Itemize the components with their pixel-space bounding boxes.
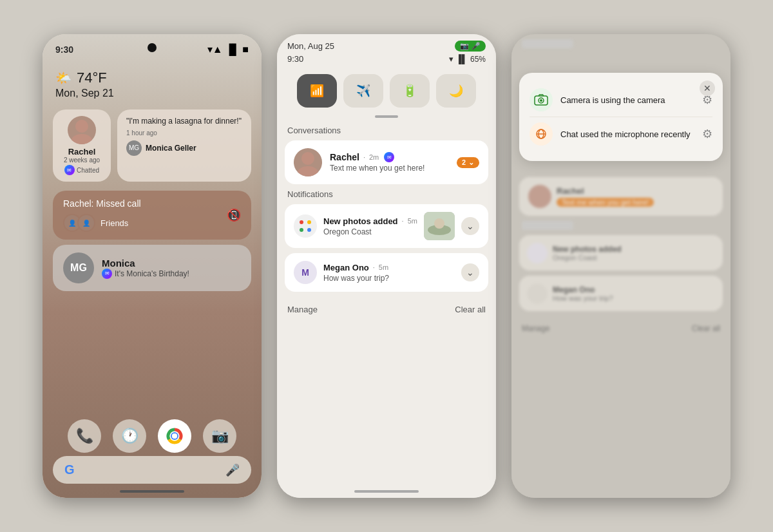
manage-link[interactable]: Manage [287, 305, 318, 314]
monica-quote: "I'm making a lasagna for dinner!" [126, 116, 242, 127]
photos-thumbnail [424, 212, 455, 240]
wifi-status-icon: ▾ [449, 54, 453, 64]
p3-megan-body: How was your trip? [553, 294, 613, 302]
rachel-conv-avatar [294, 148, 322, 176]
phone-2: Mon, Aug 25 📷 🎤 9:30 ▾ ▐▌ 65% [277, 34, 496, 498]
friends-widget: 👤 👤 Friends [63, 214, 141, 232]
svg-point-11 [300, 228, 303, 232]
p3-bg-item-2: New photos added Oregon Coast [519, 235, 723, 271]
monica-name: Monica [102, 258, 189, 269]
chat-privacy-text: Chat used the microphone recently [560, 129, 694, 139]
airplane-toggle[interactable]: ✈️ [343, 74, 383, 108]
app-dock: 📞 🕐 📷 [68, 419, 236, 453]
monica-info: Monica ✉ It's Monica's Birthday! [102, 258, 189, 279]
signal-status-icon: ▐▌ [456, 54, 468, 64]
svg-point-6 [172, 433, 177, 439]
svg-point-12 [307, 228, 311, 232]
conversations-label: Conversations [277, 126, 496, 140]
p2-active-pill: 📷 🎤 [455, 41, 486, 52]
chat-privacy-item[interactable]: Chat used the microphone recently ⚙ [530, 117, 712, 151]
front-camera [148, 43, 157, 52]
rachel-widget[interactable]: Rachel 2 weeks ago ✉ Chatted [53, 109, 111, 182]
photos-time: 5m [408, 217, 417, 225]
wifi-toggle[interactable]: 📶 [297, 74, 337, 108]
google-logo: G [64, 462, 75, 477]
p3-bg-label-1 [522, 39, 573, 48]
phone-app-icon[interactable]: 📞 [68, 419, 101, 453]
p2-battery: 65% [470, 55, 486, 64]
photos-notif-row: New photos added · 5m Oregon Coast [294, 212, 479, 240]
friend-avatar-2: 👤 [77, 214, 95, 232]
photos-notif-card[interactable]: New photos added · 5m Oregon Coast [285, 204, 488, 248]
monica-sender-name: Monica Geller [146, 144, 196, 153]
rachel-avatar [68, 116, 96, 144]
megan-icon: M [294, 261, 317, 284]
quick-toggles: 📶 ✈️ 🔋 🌙 [277, 69, 496, 115]
clock-app-icon[interactable]: 🕐 [113, 419, 146, 453]
p2-battery-row: ▾ ▐▌ 65% [449, 54, 486, 64]
mic-icon[interactable]: 🎤 [225, 463, 240, 477]
megan-chevron[interactable]: ⌄ [461, 263, 479, 281]
monica-birthday-text: It's Monica's Birthday! [115, 269, 189, 278]
photos-chevron[interactable]: ⌄ [461, 217, 479, 235]
photos-body: Oregon Coast [323, 227, 417, 236]
svg-point-7 [301, 152, 314, 165]
airplane-icon: ✈️ [356, 84, 370, 98]
svg-point-10 [307, 220, 311, 224]
camera-privacy-text: Camera is using the camera [560, 95, 694, 105]
p2-time: 9:30 [287, 54, 303, 64]
mic-active-icon: 🎤 [472, 42, 481, 50]
clear-all-link[interactable]: Clear all [455, 305, 486, 314]
monica-chat-widget[interactable]: "I'm making a lasagna for dinner!" 1 hou… [117, 109, 251, 182]
do-not-disturb-toggle[interactable]: 🌙 [436, 74, 476, 108]
friends-avatars: 👤 👤 [63, 214, 95, 232]
home-indicator-2 [354, 490, 419, 493]
p2-status-bar: Mon, Aug 25 📷 🎤 [277, 34, 496, 54]
photos-title: New photos added [323, 216, 398, 226]
weather-temp: 74°F [77, 70, 107, 86]
megan-notif-card[interactable]: M Megan Ono · 5m How was your trip? ⌄ [285, 253, 488, 292]
photos-notif-content: New photos added · 5m Oregon Coast [323, 216, 417, 236]
camera-active-icon: 📷 [460, 42, 469, 50]
chat-privacy-icon [530, 122, 553, 146]
camera-privacy-icon [530, 88, 553, 111]
chrome-app-icon[interactable] [158, 419, 191, 453]
svg-point-1 [72, 134, 92, 144]
rachel-conv-name-row: Rachel · 2m ✉ [330, 152, 449, 162]
rachel-conv-messenger: ✉ [384, 152, 394, 162]
battery-saver-toggle[interactable]: 🔋 [390, 74, 430, 108]
photos-title-row: New photos added · 5m [323, 216, 417, 226]
p3-photos-title: New photos added [553, 245, 622, 254]
monica-widget[interactable]: MG Monica ✉ It's Monica's Birthday! [53, 245, 251, 291]
weather-date: Mon, Sep 21 [55, 88, 249, 99]
home-indicator-1 [120, 490, 184, 493]
monica-messenger-icon: ✉ [102, 269, 112, 279]
missed-call-text: Rachel: Missed call [63, 198, 141, 209]
megan-body: How was your trip? [323, 274, 455, 283]
rachel-conv-name: Rachel [330, 152, 359, 162]
rachel-subtext: 2 weeks ago [64, 157, 100, 164]
camera-app-icon[interactable]: 📷 [203, 419, 236, 453]
rachel-conv-text: Text me when you get here! [330, 164, 449, 173]
camera-privacy-item[interactable]: Camera is using the camera ⚙ [530, 83, 712, 117]
rachel-conversation-card[interactable]: Rachel · 2m ✉ Text me when you get here!… [285, 140, 488, 184]
svg-point-15 [434, 218, 444, 229]
missed-call-widget[interactable]: Rachel: Missed call 👤 👤 Friends 📵 [53, 191, 251, 240]
svg-point-8 [298, 166, 318, 176]
status-time-1: 9:30 [55, 44, 73, 55]
p2-time-row: 9:30 ▾ ▐▌ 65% [277, 54, 496, 69]
rachel-badge: 2 ⌄ [457, 157, 479, 168]
widgets-row: Rachel 2 weeks ago ✉ Chatted "I'm making… [43, 104, 262, 187]
p3-manage: Manage [522, 324, 549, 333]
megan-notif-row: M Megan Ono · 5m How was your trip? ⌄ [294, 261, 479, 284]
p3-rachel-name: Rachel [557, 186, 654, 196]
p3-bg-label-2 [522, 221, 573, 230]
p3-clear-all: Clear all [692, 324, 720, 333]
monica-sender-row: MG Monica Geller [126, 140, 242, 156]
search-bar[interactable]: G 🎤 [53, 456, 251, 484]
chat-settings-gear[interactable]: ⚙ [702, 127, 712, 141]
wifi-toggle-icon: 📶 [310, 84, 324, 98]
megan-notif-content: Megan Ono · 5m How was your trip? [323, 263, 455, 283]
privacy-close-button[interactable]: ✕ [700, 81, 715, 96]
svg-point-9 [300, 220, 303, 224]
